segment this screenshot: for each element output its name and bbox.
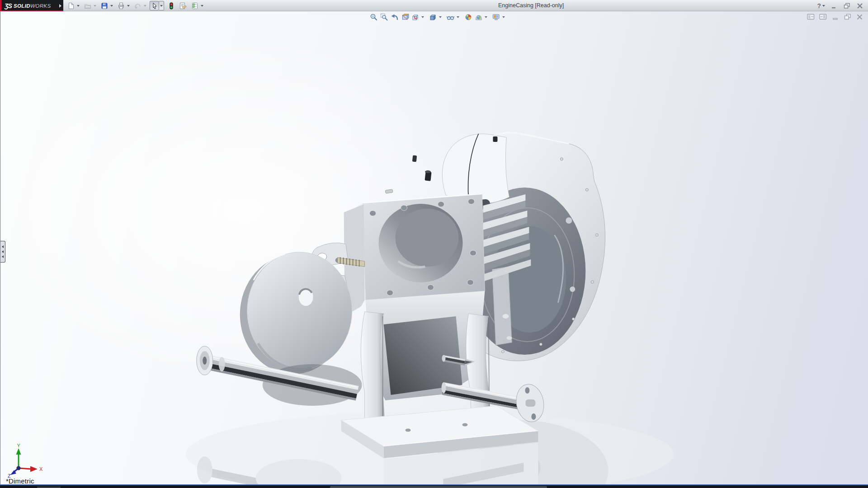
rebuild-button[interactable] [166,1,176,10]
triad-origin [17,466,21,470]
display-pane-toggle-button[interactable] [819,13,827,20]
brand-solid: SOLID [14,3,30,9]
brand-works: WORKS [30,3,51,9]
open-folder-icon [84,2,91,9]
help-dropdown-icon [822,5,825,7]
file-properties-button[interactable] [178,1,188,10]
open-dropdown [92,1,97,10]
view-settings-icon [492,13,500,21]
hide-show-glasses-icon [446,13,455,21]
view-settings-button[interactable] [491,13,501,22]
document-close-button[interactable] [855,13,864,20]
undo-dropdown [142,1,147,10]
apply-scene-button[interactable] [473,13,484,22]
menu-bar-toolbar [66,0,207,11]
new-document-dropdown[interactable] [75,1,80,10]
minimize-icon [831,3,837,9]
heads-up-view-toolbar [368,13,506,22]
y-axis-label: Y [17,443,21,448]
taskbar-sliver [330,486,547,488]
undo-button [133,1,142,10]
help-button[interactable]: ? [817,2,825,9]
restore-button[interactable] [842,2,851,10]
collapse-arrow-icon [2,250,4,253]
collapse-arrow-icon [2,255,4,258]
options-checklist-icon [191,2,198,9]
document-restore-button[interactable] [843,13,852,20]
title-bar: ƷS SOLIDWORKS [0,0,868,11]
feature-pane-toggle-icon [807,14,815,20]
apply-scene-icon [475,13,483,21]
zoom-to-fit-icon [370,13,378,21]
section-view-icon [401,13,409,21]
new-document-icon [67,2,75,9]
view-orientation-button[interactable] [410,13,420,22]
apply-scene-dropdown[interactable] [484,13,488,22]
view-orientation-label: *Dimetric [6,477,34,484]
display-style-dropdown[interactable] [438,13,443,22]
print-icon [118,2,125,9]
close-button[interactable] [855,2,864,10]
zoom-to-area-icon [380,13,388,21]
expand-right-icon [59,4,61,8]
ds-logo-icon: ƷS [5,2,12,9]
restore-icon [844,14,851,20]
solidworks-logo: ƷS SOLIDWORKS [0,0,63,11]
rebuild-traffic-light-icon [168,2,175,9]
reference-triad: Y X Z [4,443,46,478]
select-cursor-icon [151,2,158,9]
close-icon [857,3,863,9]
options-dropdown[interactable] [199,1,204,10]
options-button[interactable] [190,1,199,10]
window-bottom-edge [0,484,868,488]
engine-casing-model[interactable] [0,11,868,484]
new-document-button[interactable] [66,1,75,10]
restore-icon [844,3,850,9]
display-style-icon [429,13,437,21]
section-view-button[interactable] [400,13,410,22]
window-controls: ? [817,0,864,11]
save-floppy-icon [101,2,108,9]
flywheel-disc[interactable] [240,252,352,374]
hide-show-items-dropdown[interactable] [456,13,460,22]
graphics-area[interactable]: Y X Z *Dimetric [0,11,868,484]
help-icon: ? [817,2,821,9]
document-window-controls [807,13,864,20]
zoom-to-area-button[interactable] [379,13,389,22]
menu-expand-arrow[interactable] [58,2,62,9]
view-settings-dropdown[interactable] [501,13,506,22]
select-tool-button[interactable] [150,1,159,10]
undo-arrow-icon [134,2,142,9]
close-icon [856,14,863,20]
document-title: EngineCasing [Read-only] [498,0,564,11]
solidworks-window: ƷS SOLIDWORKS [0,0,868,488]
document-minimize-button[interactable] [831,13,840,20]
previous-view-icon [391,13,399,21]
previous-view-button[interactable] [389,13,400,22]
save-dropdown[interactable] [109,1,114,10]
minimize-button[interactable] [829,2,838,10]
display-pane-toggle-icon [819,14,827,20]
save-button[interactable] [99,1,109,10]
view-orientation-icon [411,13,420,21]
chevron-down-icon [77,5,80,7]
y-axis-arrow [16,448,21,455]
select-tool-dropdown[interactable] [159,1,164,10]
print-button[interactable] [116,1,126,10]
hide-show-items-button[interactable] [445,13,456,22]
edit-appearance-button[interactable] [463,13,473,22]
print-dropdown[interactable] [126,1,131,10]
view-orientation-dropdown[interactable] [420,13,425,22]
x-axis-label: X [39,466,43,472]
file-properties-icon [179,2,187,9]
collapse-arrow-icon [2,245,4,248]
feature-pane-toggle-button[interactable] [807,13,815,20]
zoom-to-fit-button[interactable] [368,13,379,22]
display-style-button[interactable] [428,13,438,22]
feature-manager-collapsed-tab[interactable] [0,241,5,263]
minimize-icon [832,14,839,20]
x-axis-arrow [30,466,38,472]
open-button [83,1,92,10]
edit-appearance-icon [464,13,472,21]
